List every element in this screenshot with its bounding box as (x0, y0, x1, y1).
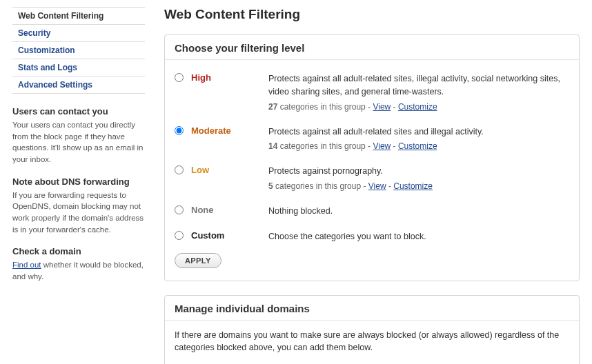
domains-panel: Manage individual domains If there are d… (164, 295, 580, 365)
customize-link-moderate[interactable]: Customize (398, 141, 437, 151)
level-row-none: None Nothing blocked. (175, 201, 569, 226)
apply-button[interactable]: APPLY (175, 253, 221, 268)
level-count-moderate: 14 (268, 141, 277, 151)
customize-link-low[interactable]: Customize (393, 181, 433, 191)
filtering-panel: Choose your filtering level High Protect… (164, 34, 580, 281)
domains-heading: Manage individual domains (165, 296, 579, 321)
radio-moderate[interactable] (175, 126, 184, 135)
level-count-suffix-high: categories in this group - (277, 102, 373, 112)
level-row-moderate: Moderate Protects against all adult-rela… (175, 121, 569, 161)
level-row-custom: Custom Choose the categories you want to… (175, 226, 569, 252)
sidebar-item-stats-and-logs[interactable]: Stats and Logs (12, 59, 145, 77)
sep-low: - (386, 181, 394, 191)
side-body-check: Find out whether it would be blocked, an… (12, 259, 145, 282)
sep-high: - (391, 102, 398, 112)
sidebar-item-web-content-filtering[interactable]: Web Content Filtering (12, 8, 145, 25)
level-label-moderate[interactable]: Moderate (191, 125, 268, 136)
sidebar-nav: Web Content Filtering Security Customiza… (12, 7, 145, 94)
side-heading-check: Check a domain (12, 246, 145, 256)
level-desc-high: Protects against all adult-related sites… (268, 74, 560, 97)
view-link-moderate[interactable]: View (373, 141, 391, 151)
level-label-high[interactable]: High (191, 72, 268, 83)
level-count-high: 27 (268, 102, 277, 112)
side-heading-dns: Note about DNS forwarding (12, 176, 145, 187)
level-label-none[interactable]: None (191, 205, 268, 215)
view-link-low[interactable]: View (368, 181, 386, 191)
level-desc-none: Nothing blocked. (268, 206, 333, 216)
level-desc-low: Protects against pornography. (268, 166, 383, 176)
sep-moderate: - (391, 141, 398, 151)
level-count-low: 5 (268, 181, 273, 191)
side-heading-contact: Users can contact you (12, 106, 145, 117)
side-section-dns: Note about DNS forwarding If you are for… (12, 176, 145, 236)
side-section-contact: Users can contact you Your users can con… (12, 106, 145, 165)
sidebar-item-advanced-settings[interactable]: Advanced Settings (12, 77, 145, 94)
level-label-low[interactable]: Low (191, 165, 268, 175)
view-link-high[interactable]: View (373, 102, 391, 112)
radio-custom[interactable] (175, 231, 184, 240)
level-row-high: High Protects against all adult-related … (175, 68, 569, 121)
side-body-dns: If you are forwarding requests to OpenDN… (12, 190, 145, 236)
radio-none[interactable] (175, 205, 184, 214)
level-count-suffix-moderate: categories in this group - (277, 141, 373, 151)
level-count-suffix-low: categories in this group - (273, 181, 368, 191)
customize-link-high[interactable]: Customize (398, 102, 437, 112)
page-title: Web Content Filtering (164, 7, 580, 22)
side-section-check: Check a domain Find out whether it would… (12, 246, 145, 282)
level-desc-custom: Choose the categories you want to block. (268, 232, 426, 241)
domains-desc: If there are domains you want to make su… (175, 329, 569, 355)
sidebar-item-security[interactable]: Security (12, 25, 145, 42)
filtering-heading: Choose your filtering level (165, 35, 579, 60)
level-label-custom[interactable]: Custom (191, 230, 268, 241)
level-desc-moderate: Protects against all adult-related sites… (268, 127, 484, 136)
sidebar-item-customization[interactable]: Customization (12, 42, 145, 59)
side-body-contact: Your users can contact you directly from… (12, 119, 145, 165)
find-out-link[interactable]: Find out (12, 261, 41, 269)
level-row-low: Low Protects against pornography. 5 cate… (175, 161, 569, 201)
radio-low[interactable] (175, 165, 184, 174)
radio-high[interactable] (175, 73, 184, 82)
